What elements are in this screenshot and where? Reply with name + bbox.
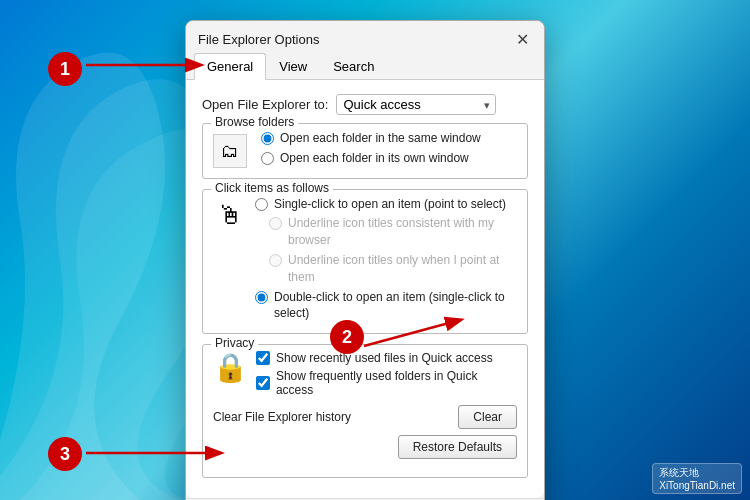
recent-files-row: Show recently used files in Quick access bbox=[256, 351, 517, 365]
single-click-row: Single-click to open an item (point to s… bbox=[255, 196, 517, 213]
dialog-body: Open File Explorer to: Quick access This… bbox=[186, 80, 544, 498]
double-click-label: Double-click to open an item (single-cli… bbox=[274, 289, 517, 323]
single-click-label: Single-click to open an item (point to s… bbox=[274, 196, 506, 213]
browse-folders-radios: Open each folder in the same window Open… bbox=[261, 130, 481, 170]
privacy-legend: Privacy bbox=[211, 336, 258, 350]
click-icon: 🖱 bbox=[213, 196, 247, 236]
underline-browser-radio[interactable] bbox=[269, 217, 282, 230]
open-to-row: Open File Explorer to: Quick access This… bbox=[202, 94, 528, 115]
underline-point-radio[interactable] bbox=[269, 254, 282, 267]
own-window-label: Open each folder in its own window bbox=[280, 150, 469, 167]
browse-own-window-row: Open each folder in its own window bbox=[261, 150, 481, 167]
dialog-titlebar: File Explorer Options ✕ bbox=[186, 21, 544, 53]
watermark: 系统天地 XiTongTianDi.net bbox=[652, 463, 742, 494]
recent-files-label: Show recently used files in Quick access bbox=[276, 351, 493, 365]
browse-same-window-row: Open each folder in the same window bbox=[261, 130, 481, 147]
clear-history-label: Clear File Explorer history bbox=[213, 410, 351, 424]
underline-point-row: Underline icon titles only when I point … bbox=[269, 252, 517, 286]
browse-folders-group: Browse folders 🗂 Open each folder in the… bbox=[202, 123, 528, 179]
open-to-select[interactable]: Quick access This PC bbox=[336, 94, 496, 115]
clear-button[interactable]: Clear bbox=[458, 405, 517, 429]
tab-search[interactable]: Search bbox=[320, 53, 387, 80]
click-items-content: 🖱 Single-click to open an item (point to… bbox=[213, 196, 517, 326]
privacy-icon: 🔒 bbox=[213, 351, 248, 384]
clear-history-row: Clear File Explorer history Clear bbox=[213, 405, 517, 429]
tab-view[interactable]: View bbox=[266, 53, 320, 80]
dialog-close-button[interactable]: ✕ bbox=[512, 29, 532, 49]
double-click-radio[interactable] bbox=[255, 291, 268, 304]
frequent-folders-checkbox[interactable] bbox=[256, 376, 270, 390]
folder-icon: 🗂 bbox=[213, 134, 247, 168]
dialog-title: File Explorer Options bbox=[198, 32, 319, 47]
privacy-checks: Show recently used files in Quick access… bbox=[256, 351, 517, 401]
frequent-folders-label: Show frequently used folders in Quick ac… bbox=[276, 369, 517, 397]
single-click-radio[interactable] bbox=[255, 198, 268, 211]
step-1-circle: 1 bbox=[48, 52, 82, 86]
open-to-label: Open File Explorer to: bbox=[202, 97, 328, 112]
own-window-radio[interactable] bbox=[261, 152, 274, 165]
browse-folders-legend: Browse folders bbox=[211, 115, 298, 129]
recent-files-checkbox[interactable] bbox=[256, 351, 270, 365]
same-window-label: Open each folder in the same window bbox=[280, 130, 481, 147]
underline-point-label: Underline icon titles only when I point … bbox=[288, 252, 517, 286]
click-items-legend: Click items as follows bbox=[211, 181, 333, 195]
restore-defaults-row: Restore Defaults bbox=[213, 435, 517, 459]
step-3-circle: 3 bbox=[48, 437, 82, 471]
same-window-radio[interactable] bbox=[261, 132, 274, 145]
double-click-row: Double-click to open an item (single-cli… bbox=[255, 289, 517, 323]
dialog-tabs: General View Search bbox=[186, 53, 544, 80]
frequent-folders-row: Show frequently used folders in Quick ac… bbox=[256, 369, 517, 397]
privacy-content: 🔒 Show recently used files in Quick acce… bbox=[213, 351, 517, 401]
privacy-group: Privacy 🔒 Show recently used files in Qu… bbox=[202, 344, 528, 478]
open-to-select-wrapper: Quick access This PC bbox=[336, 94, 496, 115]
browse-folders-content: 🗂 Open each folder in the same window Op… bbox=[213, 130, 517, 170]
underline-browser-label: Underline icon titles consistent with my… bbox=[288, 215, 517, 249]
click-items-group: Click items as follows 🖱 Single-click to… bbox=[202, 189, 528, 335]
restore-defaults-button[interactable]: Restore Defaults bbox=[398, 435, 517, 459]
click-items-radios: Single-click to open an item (point to s… bbox=[255, 196, 517, 326]
step-2-circle: 2 bbox=[330, 320, 364, 354]
file-explorer-options-dialog: File Explorer Options ✕ General View Sea… bbox=[185, 20, 545, 500]
underline-browser-row: Underline icon titles consistent with my… bbox=[269, 215, 517, 249]
watermark-line2: XiTongTianDi.net bbox=[659, 480, 735, 491]
watermark-line1: 系统天地 bbox=[659, 466, 735, 480]
tab-general[interactable]: General bbox=[194, 53, 266, 80]
